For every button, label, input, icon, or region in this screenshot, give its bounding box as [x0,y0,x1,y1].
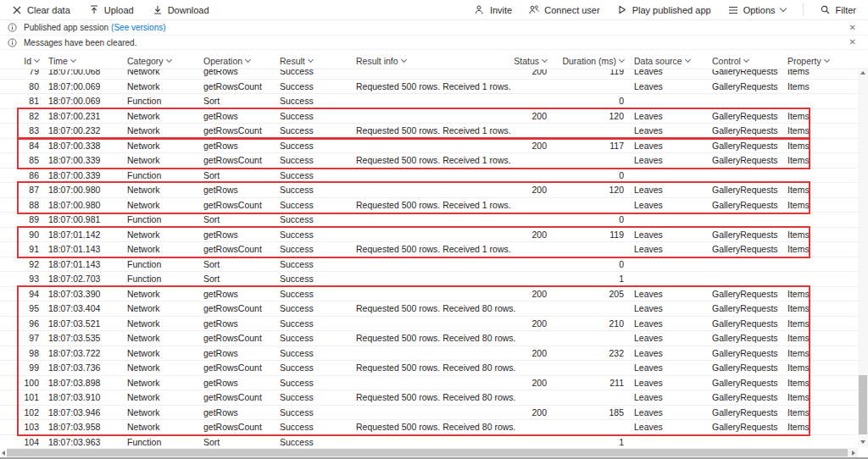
download-button[interactable]: Download [153,5,209,15]
table-row[interactable]: 8518:07:00.339NetworkgetRowsCountSuccess… [0,153,858,169]
horizontal-scrollbar-thumb[interactable] [7,449,848,456]
table-row[interactable]: 8118:07:00.069FunctionSortSuccess0 [0,94,858,109]
table-row[interactable]: 8018:07:00.069NetworkgetRowsCountSuccess… [0,80,858,95]
column-sort-chevron-icon [166,57,172,63]
scroll-up-icon[interactable] [858,68,868,78]
cell-category: Network [127,346,199,361]
cell-duration_ms: 1 [551,435,624,449]
table-row[interactable]: 10318:07:03.958NetworkgetRowsCountSucces… [0,420,858,435]
column-header-operation[interactable]: Operation [203,53,275,69]
scroll-right-icon[interactable] [849,448,858,457]
table-row[interactable]: 9418:07:03.390NetworkgetRowsSuccess20020… [0,287,858,302]
cell-category: Function [127,94,199,108]
column-header-category[interactable]: Category [127,53,199,69]
table-row[interactable]: 8918:07:00.981FunctionSortSuccess0 [0,213,858,228]
table-row[interactable]: 10018:07:03.898NetworkgetRowsSuccess2002… [0,376,858,391]
play-published-app-button[interactable]: Play published app [617,5,711,15]
cell-operation: getRowsCount [203,242,275,257]
cell-operation: getRowsCount [203,361,275,375]
options-button[interactable]: Options [728,5,786,15]
cell-category: Function [127,213,199,227]
table-row[interactable]: 8418:07:00.338NetworkgetRowsSuccess20011… [0,139,858,154]
column-header-time[interactable]: Time [48,53,123,69]
column-header-property[interactable]: Property [787,53,854,69]
cell-operation: getRows [203,317,275,331]
column-header-status[interactable]: Status [497,53,547,69]
table-row[interactable]: 9718:07:03.535NetworkgetRowsCountSuccess… [0,331,858,346]
table-row[interactable]: 9318:07:02.703FunctionSortSuccess1 [0,272,858,287]
cell-category: Network [127,301,199,316]
table-row[interactable]: 9218:07:01.143FunctionSortSuccess0 [0,257,858,273]
cell-property: Items [787,420,854,434]
cell-duration_ms: 120 [551,183,624,197]
connect-user-button[interactable]: Connect user [529,5,599,15]
cell-time: 18:07:03.958 [48,420,123,434]
cell-time: 18:07:03.521 [48,317,123,331]
vertical-scrollbar[interactable] [858,68,868,447]
table-row[interactable]: 8318:07:00.232NetworkgetRowsCountSuccess… [0,124,858,139]
cell-result: Success [280,228,352,242]
column-sort-chevron-icon [245,57,251,63]
cell-result: Success [280,301,352,316]
toolbar-separator [803,3,804,16]
upload-button[interactable]: Upload [89,5,134,15]
cell-operation: getRowsCount [203,198,275,213]
table-row[interactable]: 9818:07:03.722NetworkgetRowsSuccess20023… [0,346,858,362]
cell-property [787,272,854,286]
invite-button[interactable]: Invite [475,5,512,15]
cell-operation: getRows [203,139,275,153]
banner-close-icon[interactable]: ✕ [849,38,856,47]
cell-result: Success [280,139,352,153]
cell-category: Network [127,361,199,375]
table-row[interactable]: 7918:07:00.068NetworkgetRowsSuccess20011… [0,69,858,80]
vertical-scrollbar-thumb[interactable] [859,375,867,434]
cell-category: Network [127,331,199,346]
cell-control [712,257,785,272]
table-row[interactable]: 10418:07:03.963FunctionSortSuccess1 [0,435,858,449]
cell-status: 200 [497,183,547,197]
cell-property [787,94,854,108]
column-header-duration_ms[interactable]: Duration (ms) [551,53,624,69]
see-versions-link[interactable]: (See versions) [111,23,165,32]
column-sort-chevron-icon [685,57,691,63]
table-row[interactable]: 9118:07:01.143NetworkgetRowsCountSuccess… [0,242,858,257]
cell-id: 91 [12,242,39,257]
table-row[interactable]: 8618:07:00.339FunctionSortSuccess0 [0,169,858,184]
cell-result: Success [280,346,352,361]
cell-control: GalleryRequests [712,69,785,79]
cell-status [497,435,547,449]
table-row[interactable]: 9518:07:03.404NetworkgetRowsCountSuccess… [0,301,858,317]
cell-result: Success [280,287,352,301]
scrollbar-corner [858,448,868,457]
cell-status: 200 [497,109,547,124]
filter-button[interactable]: Filter [821,5,856,15]
banner-close-icon[interactable]: ✕ [849,24,856,32]
cell-id: 101 [12,390,39,405]
cell-duration_ms [551,331,624,346]
column-header-result[interactable]: Result [280,53,352,69]
table-row[interactable]: 9018:07:01.142NetworkgetRowsSuccess20011… [0,228,858,243]
cell-time: 18:07:03.722 [48,346,123,361]
table-row[interactable]: 8818:07:00.980NetworkgetRowsCountSuccess… [0,198,858,213]
table-row[interactable]: 8718:07:00.980NetworkgetRowsSuccess20012… [0,183,858,198]
info-icon [8,23,17,32]
cell-time: 18:07:00.068 [48,69,123,79]
table-row[interactable]: 9618:07:03.521NetworkgetRowsSuccess20021… [0,317,858,332]
cell-duration_ms: 0 [551,213,624,227]
column-header-data_source[interactable]: Data source [634,53,707,69]
table-row[interactable]: 10118:07:03.910NetworkgetRowsCountSucces… [0,390,858,406]
cell-property: Items [787,376,854,390]
table-row[interactable]: 9918:07:03.736NetworkgetRowsCountSuccess… [0,361,858,376]
column-header-id[interactable]: Id [12,53,39,69]
clear-data-button[interactable]: Clear data [12,5,70,15]
scroll-down-icon[interactable] [858,437,868,447]
table-row[interactable]: 8218:07:00.231NetworkgetRowsSuccess20012… [0,109,858,124]
cell-result: Success [280,109,352,124]
horizontal-scrollbar[interactable] [0,448,858,457]
cell-status [497,272,547,286]
scroll-left-icon[interactable] [0,448,7,457]
cell-result: Success [280,390,352,405]
table-row[interactable]: 10218:07:03.946NetworkgetRowsSuccess2001… [0,406,858,421]
column-header-control[interactable]: Control [712,53,785,69]
clear-data-label: Clear data [27,5,70,15]
